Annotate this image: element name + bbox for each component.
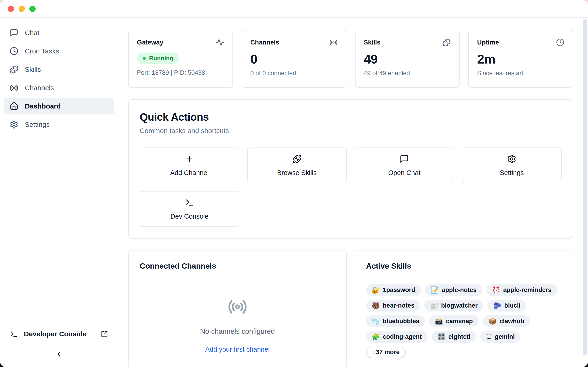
active-skills-card: Active Skills 🔐1password 📝apple-notes ⏰a…: [355, 250, 573, 367]
stats-row: Gateway Running Port: 18789 | PID: 50438…: [128, 30, 573, 88]
button-label: Open Chat: [388, 169, 420, 177]
open-chat-button[interactable]: Open Chat: [355, 148, 454, 183]
skill-name: gemini: [495, 333, 515, 341]
skill-name: clawhub: [499, 317, 524, 325]
message-square-icon: [400, 154, 409, 164]
quick-actions-grid: Add Channel Browse Skills Open Chat: [140, 148, 562, 227]
stat-title: Skills: [364, 39, 380, 46]
quick-actions-panel: Quick Actions Common tasks and shortcuts…: [128, 99, 573, 239]
stat-value: 2m: [477, 52, 564, 67]
skill-badge: 🐻bear-notes: [366, 300, 420, 311]
connected-channels-title: Connected Channels: [140, 261, 335, 270]
skill-name: apple-notes: [442, 286, 477, 294]
stat-detail: Since last restart: [477, 70, 564, 77]
stat-detail: Port: 18789 | PID: 50438: [137, 69, 224, 76]
skill-emoji: 📰: [430, 302, 438, 310]
sidebar-item-cron-tasks[interactable]: Cron Tasks: [4, 43, 114, 59]
skill-name: bluebubbles: [383, 317, 419, 325]
radio-icon: [329, 38, 338, 47]
terminal-icon: [185, 198, 194, 207]
status-dot: [143, 57, 146, 60]
skill-emoji: 🔐: [372, 286, 380, 294]
chevron-left-icon: [55, 350, 63, 358]
skill-emoji: 🐻: [372, 302, 380, 310]
sidebar-item-label: Settings: [25, 121, 50, 128]
active-skills-title: Active Skills: [366, 261, 562, 270]
zoom-button[interactable]: [29, 6, 36, 12]
skill-emoji: 🎛️: [437, 333, 445, 341]
skill-emoji: ⏰: [492, 286, 500, 294]
bottom-row: Connected Channels No channels configure…: [128, 250, 573, 367]
skill-name: camsnap: [446, 317, 473, 325]
app-window: Chat Cron Tasks Skills Channels: [0, 0, 588, 367]
sidebar-item-settings[interactable]: Settings: [4, 116, 114, 133]
stat-value: 49: [364, 52, 451, 67]
sidebar-collapse-button[interactable]: [52, 347, 66, 361]
stat-value: 0: [250, 52, 338, 67]
settings-button[interactable]: Settings: [462, 148, 562, 183]
home-icon: [10, 102, 18, 110]
skill-name: eightctl: [448, 333, 470, 341]
radio-icon: [10, 83, 18, 92]
skill-name: 1password: [383, 286, 415, 294]
dashboard-main: Gateway Running Port: 18789 | PID: 50438…: [119, 18, 588, 367]
add-first-channel-link[interactable]: Add your first channel: [140, 346, 335, 353]
stat-card-channels: Channels 0 0 of 0 connected: [242, 30, 346, 88]
sidebar-item-label: Dashboard: [25, 102, 61, 110]
puzzle-icon: [292, 154, 302, 164]
channels-empty-text: No channels configured: [140, 327, 335, 336]
gear-icon: [10, 120, 18, 129]
skill-name: blucli: [504, 302, 520, 310]
sidebar-nav: Chat Cron Tasks Skills Channels: [4, 25, 114, 135]
developer-console-label: Developer Console: [24, 330, 86, 338]
sidebar-item-channels[interactable]: Channels: [4, 80, 114, 96]
stat-title: Gateway: [137, 39, 163, 46]
add-channel-button[interactable]: Add Channel: [140, 148, 239, 183]
button-label: Dev Console: [170, 213, 208, 220]
stat-card-skills: Skills 49 49 of 49 enabled: [355, 30, 460, 88]
terminal-icon: [10, 330, 18, 338]
puzzle-icon: [443, 38, 451, 47]
stat-detail: 49 of 49 enabled: [364, 70, 451, 77]
quick-actions-title: Quick Actions: [140, 111, 562, 123]
sidebar-item-skills[interactable]: Skills: [4, 61, 114, 78]
skills-list: 🔐1password 📝apple-notes ⏰apple-reminders…: [366, 284, 559, 358]
gear-icon: [507, 154, 516, 164]
more-skills-button[interactable]: +37 more: [366, 347, 406, 358]
skill-badge: 🎛️eightctl: [432, 331, 476, 343]
skill-name: blogwatcher: [441, 302, 477, 310]
button-label: Browse Skills: [277, 169, 317, 177]
skill-emoji: 📝: [431, 286, 439, 294]
scrollbar[interactable]: [583, 19, 587, 356]
close-button[interactable]: [8, 6, 14, 12]
message-square-icon: [10, 28, 18, 37]
sidebar-item-label: Chat: [25, 29, 39, 37]
sidebar: Chat Cron Tasks Skills Channels: [0, 18, 118, 367]
skill-badge: 📸camsnap: [429, 315, 478, 327]
skill-emoji: 📦: [488, 317, 496, 325]
status-badge: Running: [137, 52, 179, 64]
minimize-button[interactable]: [19, 6, 25, 12]
skill-badge: ⏰apple-reminders: [486, 284, 557, 296]
sidebar-item-chat[interactable]: Chat: [4, 25, 114, 41]
sidebar-item-label: Skills: [25, 66, 41, 73]
connected-channels-card: Connected Channels No channels configure…: [128, 250, 347, 367]
stat-title: Channels: [250, 39, 279, 46]
status-label: Running: [149, 55, 173, 62]
browse-skills-button[interactable]: Browse Skills: [247, 148, 347, 183]
sidebar-item-dashboard[interactable]: Dashboard: [4, 98, 114, 115]
radio-icon: [228, 297, 247, 317]
skill-badge: 📝apple-notes: [425, 284, 482, 296]
button-label: Add Channel: [170, 169, 209, 177]
skill-name: coding-agent: [383, 333, 422, 341]
skill-badge: 🧩coding-agent: [366, 331, 427, 343]
sidebar-footer: Developer Console: [4, 326, 114, 361]
sidebar-item-label: Channels: [25, 84, 54, 92]
skill-emoji: 🫐: [493, 302, 501, 310]
stat-title: Uptime: [477, 39, 499, 46]
skill-badge: 🔐1password: [366, 284, 421, 296]
dev-console-button[interactable]: Dev Console: [140, 191, 239, 227]
skill-badge: 📦clawhub: [483, 315, 530, 327]
developer-console-link[interactable]: Developer Console: [4, 326, 114, 342]
external-link-icon: [101, 331, 108, 338]
